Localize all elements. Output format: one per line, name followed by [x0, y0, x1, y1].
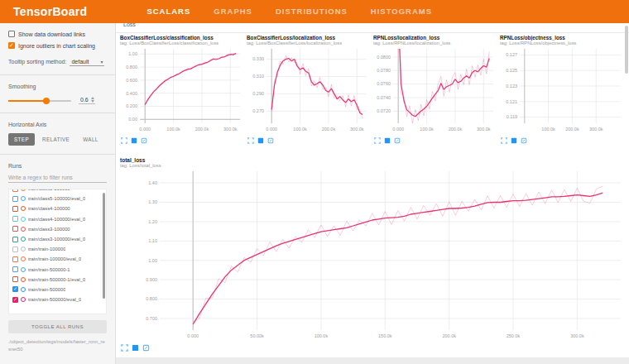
run-row[interactable]: train/class5-100000/eval_0	[9, 194, 106, 204]
scalars-dashboard: Loss BoxClassifierLoss/classification_lo…	[116, 23, 629, 357]
run-isolate-icon[interactable]	[21, 287, 26, 292]
expand-chart-icon[interactable]	[121, 344, 128, 352]
run-checkbox[interactable]	[12, 247, 18, 252]
run-checkbox[interactable]	[12, 206, 18, 212]
run-checkbox[interactable]	[12, 237, 18, 242]
expand-chart-icon[interactable]	[501, 137, 507, 144]
line-chart[interactable]: 0.000.2000.4000.6000.8001.000.000100.0k2…	[120, 46, 244, 132]
svg-text:0.330: 0.330	[252, 56, 264, 61]
runs-scrollbar[interactable]	[103, 193, 105, 299]
run-checkbox[interactable]: ✓	[12, 286, 18, 292]
run-isolate-icon[interactable]	[21, 217, 26, 222]
run-checkbox[interactable]	[12, 266, 18, 272]
fit-domain-icon[interactable]	[141, 137, 147, 144]
run-isolate-icon[interactable]	[21, 237, 26, 242]
tab-histograms[interactable]: HISTOGRAMS	[359, 0, 444, 23]
run-checkbox[interactable]	[12, 226, 18, 232]
run-row[interactable]: train/class4-100000	[9, 204, 106, 213]
tooltip-sorting-label: Tooltip sorting method:	[8, 59, 66, 65]
tab-graphs[interactable]: GRAPHS	[202, 0, 264, 23]
run-isolate-icon[interactable]	[21, 189, 26, 191]
run-isolate-icon[interactable]	[21, 196, 26, 201]
run-isolate-icon[interactable]	[21, 227, 26, 232]
chart-tag: tag: Loss/RPNLoss/objectness_loss	[500, 41, 624, 46]
stepper-icon[interactable]	[91, 97, 94, 103]
category-header[interactable]: Loss	[123, 23, 136, 27]
ignore-outliers-checkbox[interactable]: ✓	[8, 42, 15, 49]
chart-tag: tag: Loss/RPNLoss/localization_loss	[373, 41, 497, 46]
expand-chart-icon[interactable]	[374, 137, 381, 144]
divider	[0, 113, 115, 113]
svg-text:0.900: 0.900	[146, 277, 157, 282]
chart-options-icon[interactable]	[511, 137, 517, 144]
run-row[interactable]: train/train-100000/eval_0	[9, 254, 106, 264]
svg-text:200.0k: 200.0k	[449, 127, 463, 132]
chart-card-objectness-loss: RPNLoss/objectness_loss tag: Loss/RPNLos…	[500, 35, 624, 144]
chart-options-icon[interactable]	[384, 137, 391, 144]
run-row[interactable]: train/train-500000-1	[9, 265, 106, 275]
run-row[interactable]: ✓ train/train-500000/eval_0	[9, 295, 106, 304]
run-isolate-icon[interactable]	[21, 247, 26, 251]
line-chart[interactable]: 0.2700.2900.3100.3300.000100.0k200.0k300…	[247, 46, 371, 132]
run-isolate-icon[interactable]	[21, 256, 26, 261]
chart-title: total_loss	[120, 157, 627, 163]
smoothing-slider-row: 0.6	[8, 97, 107, 104]
smoothing-slider[interactable]	[8, 100, 71, 102]
run-row[interactable]: train/class3-100000/eval_0	[9, 234, 106, 244]
runs-filter-input[interactable]: Write a regex to filter runs	[8, 175, 107, 183]
run-label: train/class3-100000/eval_0	[28, 237, 85, 242]
chart-options-icon[interactable]	[131, 137, 137, 144]
smoothing-label: Smoothing	[8, 84, 107, 89]
line-chart[interactable]: 0.7000.8000.9001.001.101.201.301.400.000…	[120, 169, 625, 339]
show-download-links-row[interactable]: Show data download links	[8, 31, 107, 37]
run-checkbox[interactable]: ✓	[12, 297, 18, 303]
smoothing-value-input[interactable]: 0.6	[79, 97, 95, 104]
chart-options-icon[interactable]	[257, 137, 264, 144]
line-chart[interactable]: 0.1190.1210.1230.1250.127100.0k200.0k300…	[500, 46, 624, 132]
run-isolate-icon[interactable]	[21, 277, 26, 282]
page-scrollbar[interactable]	[625, 26, 628, 74]
run-row[interactable]: train/class4-100000/eval_0	[9, 214, 106, 224]
run-row[interactable]: train/train-500000-1/eval_0	[9, 275, 106, 285]
expand-chart-icon[interactable]	[247, 137, 254, 144]
chart-tag: tag: Loss/total_loss	[120, 163, 627, 168]
toggle-all-runs-button[interactable]: TOGGLE ALL RUNS	[8, 320, 107, 333]
run-isolate-icon[interactable]	[21, 206, 26, 211]
tab-scalars[interactable]: SCALARS	[135, 0, 202, 23]
svg-text:0.310: 0.310	[252, 74, 264, 79]
chart-options-icon[interactable]	[132, 344, 139, 352]
run-checkbox[interactable]	[12, 276, 18, 282]
horizontal-axis-buttons: STEP RELATIVE WALL	[8, 133, 107, 146]
ignore-outliers-row[interactable]: ✓ Ignore outliers in chart scaling	[8, 42, 107, 49]
run-checkbox[interactable]	[12, 196, 18, 202]
svg-text:200.0k: 200.0k	[322, 127, 336, 132]
fit-domain-icon[interactable]	[267, 137, 274, 144]
run-isolate-icon[interactable]	[21, 267, 26, 272]
tab-distributions[interactable]: DISTRIBUTIONS	[264, 0, 359, 23]
chart-card-rpn-localization-loss: RPNLoss/localization_loss tag: Loss/RPNL…	[373, 35, 497, 144]
line-chart[interactable]: 0.07200.07400.07600.07800.08000.000100.0…	[373, 46, 497, 132]
fit-domain-icon[interactable]	[394, 137, 401, 144]
run-row[interactable]: train/train-100000	[9, 244, 106, 254]
axis-relative-button[interactable]: RELATIVE	[36, 133, 75, 146]
run-checkbox[interactable]	[12, 216, 18, 222]
fit-domain-icon[interactable]	[142, 344, 150, 352]
expand-chart-icon[interactable]	[121, 137, 127, 144]
chart-toolbar	[120, 137, 244, 144]
svg-text:0.600: 0.600	[126, 78, 137, 83]
run-checkbox[interactable]	[12, 256, 18, 262]
show-download-links-checkbox[interactable]	[8, 31, 15, 37]
axis-wall-button[interactable]: WALL	[77, 133, 104, 146]
axis-step-button[interactable]: STEP	[8, 133, 35, 146]
svg-text:100.0k: 100.0k	[166, 127, 180, 132]
slider-thumb[interactable]	[43, 98, 50, 104]
page-background	[116, 357, 629, 364]
chevron-down-icon: ▾	[100, 59, 103, 65]
run-row[interactable]: ✓ train/train-500000	[9, 285, 106, 295]
run-isolate-icon[interactable]	[21, 297, 26, 302]
run-label: train/class5-100000	[28, 189, 70, 191]
tooltip-sorting-select[interactable]: default ▾	[70, 59, 104, 66]
run-row[interactable]: train/class3-100000	[9, 224, 106, 234]
run-checkbox[interactable]	[12, 189, 18, 192]
fit-domain-icon[interactable]	[521, 137, 527, 144]
